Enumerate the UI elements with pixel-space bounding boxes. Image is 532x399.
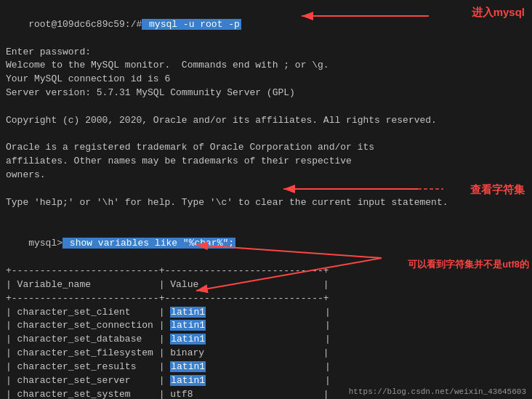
table-row-filesystem: | character_set_filesystem | binary | (6, 347, 526, 360)
footer-url: https://blog.csdn.net/weixin_43645603 (349, 387, 526, 396)
line-blank2 (6, 128, 526, 142)
line-oracle1: Oracle is a registered trademark of Orac… (6, 141, 526, 155)
table-header: | Variable_name | Value | (6, 278, 526, 292)
annotation-enter-mysql: 进入mysql (472, 6, 525, 20)
line-welcome1: Welcome to the MySQL monitor. Commands e… (6, 59, 526, 73)
line-blank3 (6, 182, 526, 196)
table-row-client: | character_set_client | latin1 | (6, 306, 526, 320)
mysql-command: mysql -u root -p (142, 19, 241, 30)
table-row-connection: | character_set_connection | latin1 | (6, 319, 526, 333)
value-database: latin1 (170, 334, 206, 344)
line-copyright: Copyright (c) 2000, 2020, Oracle and/or … (6, 114, 526, 128)
line-command: root@109dc6c89c59:/# mysql -u root -p (6, 4, 526, 46)
value-client: latin1 (170, 307, 206, 318)
value-server: latin1 (170, 375, 206, 386)
value-results: latin1 (170, 361, 206, 372)
line-oracle3: owners. (6, 169, 526, 182)
line-oracle2: affiliates. Other names may be trademark… (6, 155, 526, 169)
line-password: Enter password: (6, 46, 526, 60)
prompt: root@109dc6c89c59:/# (28, 19, 142, 30)
line-blank4 (6, 210, 526, 224)
table-row-results: | character_set_results | latin1 | (6, 360, 526, 374)
table-row-server: | character_set_server | latin1 | (6, 374, 526, 388)
line-connid: Your MySQL connection id is 6 (6, 73, 526, 86)
table-border-header: +--------------------------+------------… (6, 292, 526, 306)
annotation-check-charset: 查看字符集 (470, 183, 525, 197)
line-blank1 (6, 100, 526, 114)
terminal: root@109dc6c89c59:/# mysql -u root -p En… (0, 0, 532, 399)
table-row-database: | character_set_database | latin1 | (6, 333, 526, 347)
annotation-not-utf8: 可以看到字符集并不是utf8的 (408, 258, 529, 271)
value-connection: latin1 (170, 320, 206, 331)
mysql-prompt: mysql> (28, 238, 63, 249)
line-help: Type 'help;' or '\h' for help. Type '\c'… (6, 196, 526, 210)
line-version: Server version: 5.7.31 MySQL Community S… (6, 86, 526, 100)
show-variables-cmd: show variables like "%char%"; (63, 238, 235, 249)
